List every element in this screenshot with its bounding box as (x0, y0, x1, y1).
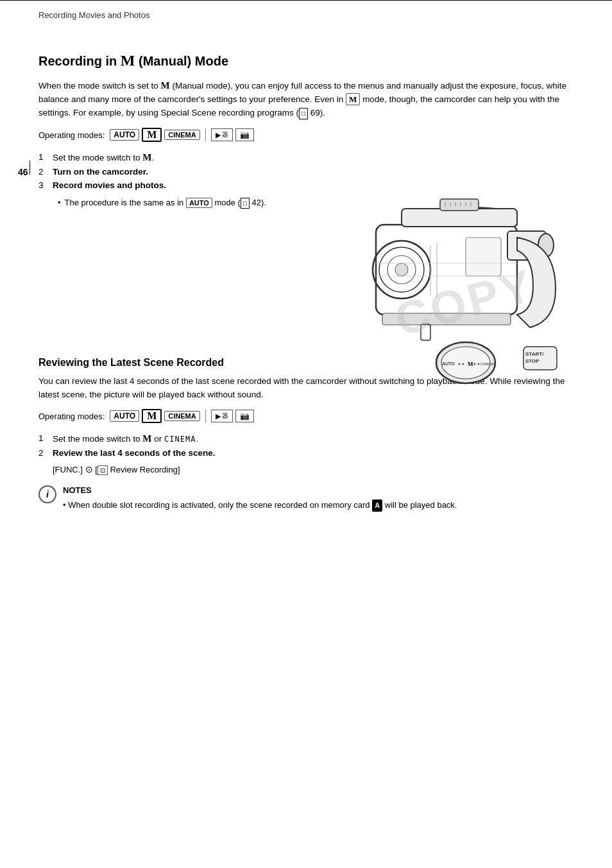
movie-text-2: 器 (222, 412, 228, 421)
info-letter: i (46, 489, 49, 499)
left-rule (30, 161, 30, 175)
step-num-2-2: 2 (38, 448, 53, 458)
m-mode-badge: M (346, 93, 360, 105)
mode-divider-1 (205, 128, 206, 141)
mode-camera-2: 📷 (235, 410, 254, 422)
svg-rect-6 (440, 199, 479, 211)
svg-rect-15 (466, 238, 501, 276)
svg-point-28 (474, 363, 476, 365)
movie-icon-1: ▶ (216, 131, 221, 139)
svg-point-26 (463, 363, 464, 365)
step-text-2-2: Review the last 4 seconds of the scene. (53, 448, 216, 458)
step-text-1-1: Set the mode switch to M. (53, 152, 154, 163)
bullet-dot-1: • (58, 196, 61, 209)
svg-text:STOP: STOP (525, 358, 540, 364)
camcorder-illustration: START/ STOP AUTO M CINEMA (337, 173, 581, 424)
step-text-1-2: Turn on the camcorder. (53, 167, 148, 177)
step-num-2-1: 1 (38, 433, 53, 443)
mode-divider-2 (205, 410, 206, 422)
notes-section: i NOTES • When double slot recording is … (38, 485, 574, 512)
svg-text:CINEMA: CINEMA (480, 362, 495, 366)
review-icon: ⊡ (98, 465, 108, 475)
step-1-1: 1 Set the mode switch to M. (38, 152, 574, 163)
section1-title: Recording in M (Manual) Mode (38, 52, 574, 69)
step2-detail: [FUNC.] ⊙ [⊡ Review Recording] (53, 464, 574, 475)
operating-modes-1: Operating modes: AUTO M CINEMA ▶ 器 📷 (38, 128, 574, 142)
top-rule (0, 0, 612, 1)
notes-title: NOTES (63, 485, 457, 495)
camcorder-svg: START/ STOP AUTO M CINEMA (337, 173, 581, 424)
step-num-1-3: 3 (38, 180, 53, 190)
section1-title-M: M (121, 52, 135, 69)
step-1-1-dot: . (152, 153, 155, 162)
svg-point-25 (459, 363, 461, 365)
mode-manual-2: M (142, 409, 162, 423)
step-num-1-1: 1 (38, 152, 53, 162)
svg-text:M: M (468, 361, 473, 367)
svg-rect-5 (402, 209, 517, 227)
svg-rect-31 (421, 324, 430, 340)
step-1-1-prefix: Set the mode switch to (53, 153, 142, 162)
memory-card-badge: A (372, 499, 382, 512)
step-num-1-2: 2 (38, 167, 53, 177)
section2-steps: 1 Set the mode switch to M or CINEMA. 2 … (38, 433, 574, 458)
section1-title-prefix: Recording in (38, 54, 121, 68)
op-modes-label-1: Operating modes: (38, 130, 105, 140)
svg-text:AUTO: AUTO (442, 361, 455, 366)
book-ref-42: □ (241, 198, 250, 209)
page: Recording Movies and Photos 46 COPY (0, 0, 612, 868)
op-modes-label-2: Operating modes: (38, 412, 105, 421)
sub-bullet-text-1: The procedure is the same as in AUTO mod… (65, 196, 266, 209)
svg-text:START/: START/ (525, 351, 544, 357)
step-2-2: 2 Review the last 4 seconds of the scene… (38, 448, 574, 458)
mode-movie-1: ▶ 器 (211, 128, 233, 141)
section1-title-suffix: (Manual) Mode (135, 54, 228, 68)
page-header-label: Recording Movies and Photos (38, 10, 149, 20)
step-text-2-1: Set the mode switch to M or CINEMA. (53, 433, 198, 444)
camera-icon-2: 📷 (240, 412, 250, 421)
svg-rect-18 (382, 313, 511, 325)
step-2-1: 1 Set the mode switch to M or CINEMA. (38, 433, 574, 444)
auto-badge-inline: AUTO (186, 198, 212, 208)
mode-movie-2: ▶ 器 (211, 410, 233, 422)
mode-auto-1: AUTO (110, 129, 139, 141)
svg-point-29 (478, 363, 480, 365)
step-1-1-M: M (142, 152, 151, 162)
notes-body-1: • When double slot recording is activate… (63, 499, 457, 512)
cinema-text: CINEMA (164, 435, 196, 444)
section1-body: When the mode switch is set to M (Manual… (38, 78, 574, 120)
notes-content: NOTES • When double slot recording is ac… (63, 485, 457, 512)
mode-camera-1: 📷 (235, 128, 254, 141)
mode-cinema-1: CINEMA (164, 130, 200, 140)
step-2-1-M: M (142, 433, 151, 444)
header-section: Recording Movies and Photos (0, 4, 612, 20)
svg-point-4 (395, 263, 408, 276)
step-text-1-3: Record movies and photos. (53, 180, 166, 190)
book-ref-icon: □ (299, 108, 308, 119)
info-icon: i (38, 485, 56, 503)
mode-auto-2: AUTO (110, 410, 139, 422)
mode-cinema-2: CINEMA (164, 411, 200, 421)
body-M-bold: M (161, 80, 170, 91)
camera-icon-1: 📷 (240, 130, 250, 139)
func-circle: ⊙ (85, 464, 93, 474)
movie-text-1: 器 (222, 130, 228, 139)
movie-icon-2: ▶ (216, 412, 221, 421)
page-number: 46 (18, 167, 28, 177)
mode-manual-1: M (142, 128, 162, 142)
